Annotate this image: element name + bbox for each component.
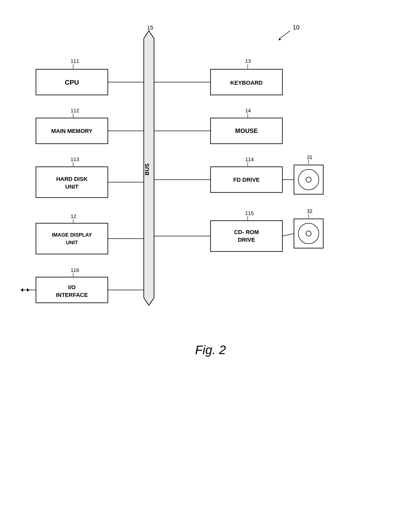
disc32-number: 32 [307, 208, 312, 214]
cdrom-number: 115 [245, 210, 254, 216]
hard-disk-label2: UNIT [65, 183, 79, 190]
cpu-label: CPU [65, 79, 79, 86]
cdrom-label2: DRIVE [238, 237, 255, 243]
main-memory-label: MAIN MEMORY [51, 128, 93, 134]
cdrom-disc-line [282, 234, 294, 236]
fd-drive-number: 114 [245, 157, 254, 162]
diagram-container: 10 BUS 15 111 112 113 12 116 13 14 114 [21, 15, 400, 464]
disc31-number: 31 [307, 154, 312, 160]
io-label1: I/O [68, 284, 75, 290]
disc31-inner-circle [306, 177, 311, 182]
keyboard-label: KEYBOARD [230, 80, 263, 86]
io-right-arrowhead [27, 288, 30, 292]
fd-drive-label: FD DRIVE [233, 177, 260, 183]
io-left-arrowhead [21, 288, 23, 292]
image-display-number: 12 [71, 213, 76, 219]
hard-disk-number: 113 [71, 157, 79, 162]
image-display-label1: IMAGE DISPLAY [52, 232, 92, 238]
cdrom-label1: CD- ROM [234, 229, 259, 235]
keyboard-number: 13 [245, 58, 251, 64]
io-label2: INTERFACE [56, 292, 88, 298]
hard-disk-label1: HARD DISK [56, 176, 88, 182]
bus-number: 15 [147, 24, 153, 31]
mouse-number: 14 [245, 108, 251, 113]
image-display-label2: UNIT [66, 240, 78, 245]
main-memory-number: 112 [71, 108, 79, 113]
disc32-inner-circle [306, 231, 311, 236]
cpu-number: 111 [71, 58, 79, 64]
bus-label: BUS [144, 163, 150, 175]
svg-line-0 [280, 31, 290, 38]
cdrom-block [211, 221, 282, 251]
figure-caption: Fig. 2 [195, 343, 226, 357]
io-number: 116 [71, 267, 79, 273]
ref-10-label: 10 [293, 24, 300, 31]
image-display-block [36, 223, 108, 254]
hard-disk-block [36, 167, 108, 198]
mouse-label: MOUSE [235, 127, 258, 134]
